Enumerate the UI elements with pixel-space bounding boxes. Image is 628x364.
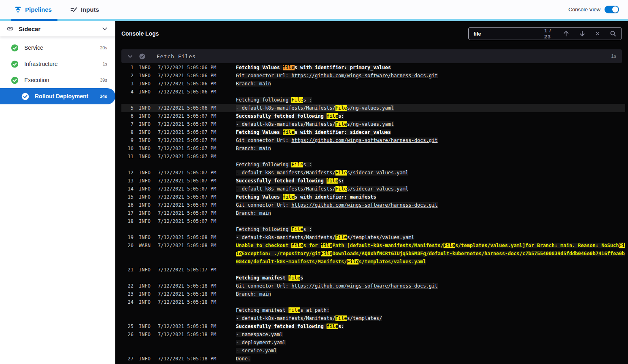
tab-inputs-label: Inputs [81, 6, 99, 13]
search-match: File [335, 315, 347, 321]
log-level: INFO [139, 104, 158, 112]
log-message: - service.yaml [236, 347, 625, 355]
log-line-number: 7 [121, 120, 134, 128]
log-row[interactable]: 16INFO7/12/2021 5:05:07 PMGit connector … [121, 201, 625, 209]
log-rows: 1INFO7/12/2021 5:05:06 PMFetching Values… [121, 63, 625, 364]
log-row[interactable]: 1INFO7/12/2021 5:05:06 PMFetching Values… [121, 63, 625, 72]
log-link[interactable]: https://github.com/wings-software/harnes… [291, 202, 437, 208]
log-message: Fetching Values files with identifier: p… [236, 63, 625, 72]
log-row[interactable]: - default-k8s-manifests/Manifests/Files/… [121, 314, 625, 322]
log-row[interactable]: 4INFO7/12/2021 5:05:06 PM [121, 88, 625, 96]
section-title: Fetch Files [157, 53, 196, 59]
search-match: File [335, 121, 347, 127]
log-row[interactable]: Fetching following Files : [121, 161, 625, 169]
log-row[interactable]: Fetching following Files : [121, 96, 625, 104]
log-row[interactable]: 9INFO7/12/2021 5:05:07 PMGit connector U… [121, 136, 625, 144]
log-text: Fetching following [236, 162, 291, 167]
log-level: INFO [139, 201, 158, 209]
log-row[interactable]: 20WARN7/12/2021 5:05:08 PMUnable to chec… [121, 241, 625, 266]
log-line-number: 18 [121, 217, 134, 225]
log-row[interactable]: 10INFO7/12/2021 5:05:07 PMBranch: main [121, 144, 625, 152]
log-row[interactable]: 3INFO7/12/2021 5:05:06 PMBranch: main [121, 80, 625, 88]
next-match-icon[interactable] [579, 30, 586, 37]
log-row[interactable]: 26INFO7/12/2021 5:05:18 PM- namespace.ya… [121, 330, 625, 339]
tab-pipelines[interactable]: Pipelines [14, 6, 52, 13]
log-timestamp: 7/12/2021 5:05:08 PM [158, 241, 236, 250]
chevron-down-icon[interactable] [102, 25, 108, 32]
sidebar-step-infrastructure[interactable]: Infrastructure1s [0, 56, 115, 72]
log-row[interactable]: 15INFO7/12/2021 5:05:07 PMFetching Value… [121, 193, 625, 201]
log-message: Branch: main [236, 290, 625, 298]
log-level: INFO [139, 169, 158, 177]
inputs-icon [70, 6, 78, 13]
log-line-number: 27 [121, 355, 134, 363]
log-message: - default-k8s-manifests/Manifests/Files/… [236, 233, 625, 241]
log-timestamp: 7/12/2021 5:05:06 PM [158, 80, 236, 88]
log-timestamp: 7/12/2021 5:05:07 PM [158, 152, 236, 161]
log-timestamp: 7/12/2021 5:05:18 PM [158, 282, 236, 290]
prev-match-icon[interactable] [562, 30, 570, 37]
log-message: Branch: main [236, 80, 625, 88]
console-view-toggle[interactable] [605, 6, 619, 13]
log-section-fetch-files[interactable]: Fetch Files 1s [121, 49, 622, 63]
sidebar-step-execution[interactable]: Execution39s [0, 72, 115, 88]
section-collapse-icon[interactable] [127, 53, 133, 59]
log-link[interactable]: https://github.com/wings-software/harnes… [291, 138, 437, 143]
success-check-icon [11, 44, 19, 52]
log-row[interactable]: Fetching manifest files [121, 274, 625, 282]
log-text: Branch: main [236, 210, 271, 216]
log-text: s: [338, 178, 344, 184]
log-link[interactable]: https://github.com/wings-software/harnes… [291, 73, 437, 78]
log-message: - default-k8s-manifests/Manifests/Files/… [236, 314, 625, 322]
log-line-number: 4 [121, 88, 134, 96]
sidebar-step-rollout-deployment[interactable]: Rollout Deployment34s [0, 88, 115, 104]
log-text: s at path: [300, 307, 329, 313]
log-row[interactable]: 25INFO7/12/2021 5:05:18 PMSuccessfully f… [121, 322, 625, 330]
clear-search-icon[interactable] [595, 31, 600, 36]
log-row[interactable]: 14INFO7/12/2021 5:05:07 PM- default-k8s-… [121, 185, 625, 193]
log-link[interactable]: https://github.com/wings-software/harnes… [291, 283, 437, 289]
log-row[interactable]: 24INFO7/12/2021 5:05:18 PM [121, 298, 625, 306]
log-row[interactable]: Fetching following Files : [121, 225, 625, 233]
log-text: - default-k8s-manifests/Manifests/ [236, 315, 335, 321]
log-timestamp: 7/12/2021 5:05:18 PM [158, 290, 236, 298]
stage-header[interactable]: Sidecar [0, 21, 115, 36]
log-row[interactable]: 13INFO7/12/2021 5:05:07 PMSuccessfully f… [121, 177, 625, 185]
topbar: Pipelines Inputs Console View [0, 0, 628, 19]
log-row[interactable]: 18INFO7/12/2021 5:05:07 PM [121, 217, 625, 225]
search-icon[interactable] [609, 30, 617, 37]
log-line-number: 16 [121, 201, 134, 209]
log-timestamp: 7/12/2021 5:05:06 PM [158, 104, 236, 112]
log-row[interactable]: 5INFO7/12/2021 5:05:06 PM- default-k8s-m… [121, 104, 625, 112]
log-row[interactable]: 2INFO7/12/2021 5:05:06 PMGit connector U… [121, 72, 625, 80]
sidebar-step-service[interactable]: Service20s [0, 40, 115, 56]
log-message: Git connector Url: https://github.com/wi… [236, 136, 625, 144]
log-row[interactable]: 23INFO7/12/2021 5:05:18 PMBranch: main [121, 290, 625, 298]
log-text: Branch: main [236, 291, 271, 297]
log-row[interactable]: 17INFO7/12/2021 5:05:07 PMBranch: main [121, 209, 625, 217]
log-row[interactable]: Fetching manifest files at path: [121, 306, 625, 314]
log-row[interactable]: 12INFO7/12/2021 5:05:07 PM- default-k8s-… [121, 169, 625, 177]
log-row[interactable]: 19INFO7/12/2021 5:05:08 PM- default-k8s-… [121, 233, 625, 241]
log-text: s [300, 275, 303, 281]
tab-inputs[interactable]: Inputs [70, 6, 99, 13]
search-input[interactable] [473, 31, 544, 37]
log-row[interactable]: 6INFO7/12/2021 5:05:07 PMSuccessfully fe… [121, 112, 625, 120]
step-label: Execution [24, 77, 49, 83]
search-match: File [291, 97, 303, 103]
section-success-icon [139, 53, 146, 60]
log-row[interactable]: 8INFO7/12/2021 5:05:07 PMFetching Values… [121, 128, 625, 136]
log-text: s : [303, 226, 312, 232]
log-row[interactable]: 22INFO7/12/2021 5:05:18 PMGit connector … [121, 282, 625, 290]
log-row[interactable]: 21INFO7/12/2021 5:05:17 PM [121, 266, 625, 274]
log-message: Successfully fetched following files: [236, 112, 625, 120]
success-check-icon [11, 76, 19, 84]
log-row[interactable]: - service.yaml [121, 347, 625, 355]
log-row[interactable]: - deployment.yaml [121, 339, 625, 347]
log-level: INFO [139, 120, 158, 128]
log-level: INFO [139, 282, 158, 290]
log-row[interactable]: 7INFO7/12/2021 5:05:07 PM- default-k8s-m… [121, 120, 625, 128]
log-row[interactable]: 11INFO7/12/2021 5:05:07 PM [121, 152, 625, 161]
log-text: Successfully fetched following [236, 113, 327, 119]
log-row[interactable]: 27INFO7/12/2021 5:05:18 PMDone. [121, 355, 625, 363]
